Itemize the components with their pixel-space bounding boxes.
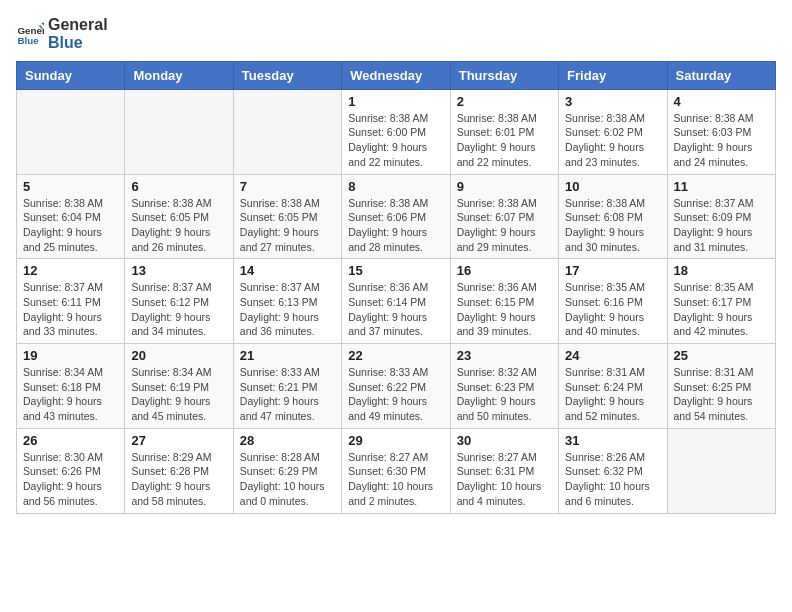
calendar-cell: 1Sunrise: 8:38 AMSunset: 6:00 PMDaylight… [342,89,450,174]
weekday-header-saturday: Saturday [667,61,775,89]
day-number: 3 [565,94,660,109]
calendar-cell: 20Sunrise: 8:34 AMSunset: 6:19 PMDayligh… [125,344,233,429]
day-number: 13 [131,263,226,278]
day-number: 4 [674,94,769,109]
calendar-week-2: 5Sunrise: 8:38 AMSunset: 6:04 PMDaylight… [17,174,776,259]
logo: General Blue General Blue [16,16,108,53]
day-number: 15 [348,263,443,278]
calendar-cell: 16Sunrise: 8:36 AMSunset: 6:15 PMDayligh… [450,259,558,344]
day-info: Sunrise: 8:35 AMSunset: 6:17 PMDaylight:… [674,280,769,339]
weekday-header-sunday: Sunday [17,61,125,89]
day-number: 22 [348,348,443,363]
calendar-week-5: 26Sunrise: 8:30 AMSunset: 6:26 PMDayligh… [17,428,776,513]
day-info: Sunrise: 8:37 AMSunset: 6:13 PMDaylight:… [240,280,335,339]
day-info: Sunrise: 8:36 AMSunset: 6:15 PMDaylight:… [457,280,552,339]
calendar-week-3: 12Sunrise: 8:37 AMSunset: 6:11 PMDayligh… [17,259,776,344]
day-info: Sunrise: 8:38 AMSunset: 6:05 PMDaylight:… [240,196,335,255]
calendar-cell [233,89,341,174]
day-number: 1 [348,94,443,109]
day-number: 16 [457,263,552,278]
calendar-cell: 13Sunrise: 8:37 AMSunset: 6:12 PMDayligh… [125,259,233,344]
weekday-header-thursday: Thursday [450,61,558,89]
day-number: 14 [240,263,335,278]
logo-blue: Blue [48,34,108,52]
day-info: Sunrise: 8:26 AMSunset: 6:32 PMDaylight:… [565,450,660,509]
calendar-cell: 26Sunrise: 8:30 AMSunset: 6:26 PMDayligh… [17,428,125,513]
calendar-cell: 27Sunrise: 8:29 AMSunset: 6:28 PMDayligh… [125,428,233,513]
calendar-cell: 4Sunrise: 8:38 AMSunset: 6:03 PMDaylight… [667,89,775,174]
calendar-cell: 28Sunrise: 8:28 AMSunset: 6:29 PMDayligh… [233,428,341,513]
weekday-header-wednesday: Wednesday [342,61,450,89]
calendar-cell: 17Sunrise: 8:35 AMSunset: 6:16 PMDayligh… [559,259,667,344]
calendar-cell: 15Sunrise: 8:36 AMSunset: 6:14 PMDayligh… [342,259,450,344]
svg-text:Blue: Blue [17,35,39,46]
calendar-cell: 19Sunrise: 8:34 AMSunset: 6:18 PMDayligh… [17,344,125,429]
day-number: 19 [23,348,118,363]
calendar-cell [667,428,775,513]
weekday-header-friday: Friday [559,61,667,89]
calendar-cell: 24Sunrise: 8:31 AMSunset: 6:24 PMDayligh… [559,344,667,429]
calendar-week-4: 19Sunrise: 8:34 AMSunset: 6:18 PMDayligh… [17,344,776,429]
day-number: 24 [565,348,660,363]
calendar-cell: 30Sunrise: 8:27 AMSunset: 6:31 PMDayligh… [450,428,558,513]
calendar-cell: 7Sunrise: 8:38 AMSunset: 6:05 PMDaylight… [233,174,341,259]
calendar-cell: 31Sunrise: 8:26 AMSunset: 6:32 PMDayligh… [559,428,667,513]
logo-icon: General Blue [16,20,44,48]
calendar-cell: 18Sunrise: 8:35 AMSunset: 6:17 PMDayligh… [667,259,775,344]
day-info: Sunrise: 8:33 AMSunset: 6:22 PMDaylight:… [348,365,443,424]
day-info: Sunrise: 8:38 AMSunset: 6:08 PMDaylight:… [565,196,660,255]
day-info: Sunrise: 8:38 AMSunset: 6:05 PMDaylight:… [131,196,226,255]
calendar-cell: 29Sunrise: 8:27 AMSunset: 6:30 PMDayligh… [342,428,450,513]
calendar-header-row: SundayMondayTuesdayWednesdayThursdayFrid… [17,61,776,89]
day-number: 6 [131,179,226,194]
day-number: 8 [348,179,443,194]
calendar-week-1: 1Sunrise: 8:38 AMSunset: 6:00 PMDaylight… [17,89,776,174]
day-info: Sunrise: 8:34 AMSunset: 6:18 PMDaylight:… [23,365,118,424]
day-info: Sunrise: 8:36 AMSunset: 6:14 PMDaylight:… [348,280,443,339]
day-info: Sunrise: 8:27 AMSunset: 6:31 PMDaylight:… [457,450,552,509]
calendar-cell: 3Sunrise: 8:38 AMSunset: 6:02 PMDaylight… [559,89,667,174]
day-info: Sunrise: 8:31 AMSunset: 6:24 PMDaylight:… [565,365,660,424]
calendar-cell [125,89,233,174]
day-number: 28 [240,433,335,448]
day-info: Sunrise: 8:29 AMSunset: 6:28 PMDaylight:… [131,450,226,509]
day-number: 17 [565,263,660,278]
day-info: Sunrise: 8:28 AMSunset: 6:29 PMDaylight:… [240,450,335,509]
day-number: 9 [457,179,552,194]
day-number: 11 [674,179,769,194]
day-info: Sunrise: 8:30 AMSunset: 6:26 PMDaylight:… [23,450,118,509]
day-number: 12 [23,263,118,278]
day-number: 2 [457,94,552,109]
calendar-cell: 11Sunrise: 8:37 AMSunset: 6:09 PMDayligh… [667,174,775,259]
calendar-cell: 21Sunrise: 8:33 AMSunset: 6:21 PMDayligh… [233,344,341,429]
calendar-cell: 9Sunrise: 8:38 AMSunset: 6:07 PMDaylight… [450,174,558,259]
weekday-header-tuesday: Tuesday [233,61,341,89]
calendar-cell: 8Sunrise: 8:38 AMSunset: 6:06 PMDaylight… [342,174,450,259]
logo-general: General [48,16,108,34]
day-info: Sunrise: 8:38 AMSunset: 6:01 PMDaylight:… [457,111,552,170]
day-number: 31 [565,433,660,448]
calendar-cell: 14Sunrise: 8:37 AMSunset: 6:13 PMDayligh… [233,259,341,344]
day-info: Sunrise: 8:38 AMSunset: 6:06 PMDaylight:… [348,196,443,255]
day-info: Sunrise: 8:38 AMSunset: 6:00 PMDaylight:… [348,111,443,170]
day-number: 26 [23,433,118,448]
calendar-cell: 2Sunrise: 8:38 AMSunset: 6:01 PMDaylight… [450,89,558,174]
day-number: 7 [240,179,335,194]
day-info: Sunrise: 8:35 AMSunset: 6:16 PMDaylight:… [565,280,660,339]
day-info: Sunrise: 8:37 AMSunset: 6:09 PMDaylight:… [674,196,769,255]
calendar-cell: 6Sunrise: 8:38 AMSunset: 6:05 PMDaylight… [125,174,233,259]
day-number: 5 [23,179,118,194]
calendar-cell: 22Sunrise: 8:33 AMSunset: 6:22 PMDayligh… [342,344,450,429]
day-number: 29 [348,433,443,448]
day-info: Sunrise: 8:27 AMSunset: 6:30 PMDaylight:… [348,450,443,509]
weekday-header-monday: Monday [125,61,233,89]
page-header: General Blue General Blue [16,16,776,53]
calendar-cell: 23Sunrise: 8:32 AMSunset: 6:23 PMDayligh… [450,344,558,429]
day-number: 20 [131,348,226,363]
day-number: 21 [240,348,335,363]
day-number: 10 [565,179,660,194]
day-info: Sunrise: 8:38 AMSunset: 6:07 PMDaylight:… [457,196,552,255]
day-info: Sunrise: 8:38 AMSunset: 6:04 PMDaylight:… [23,196,118,255]
day-info: Sunrise: 8:33 AMSunset: 6:21 PMDaylight:… [240,365,335,424]
day-number: 27 [131,433,226,448]
